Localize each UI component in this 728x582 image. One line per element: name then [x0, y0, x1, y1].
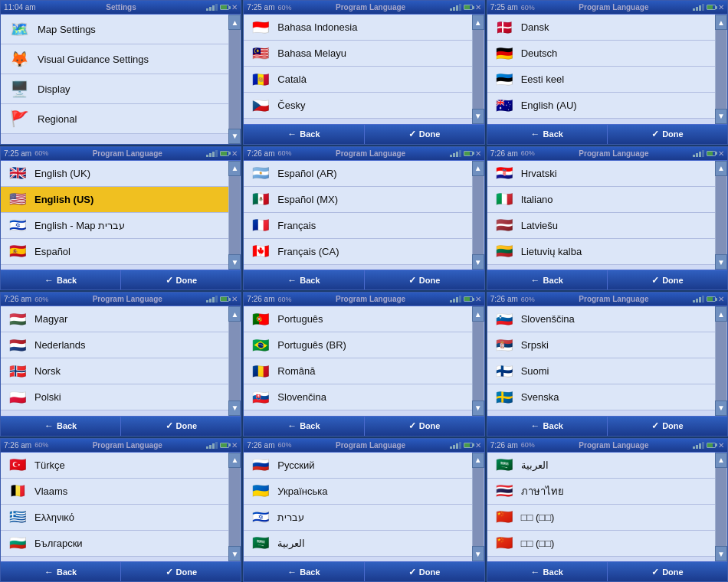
scroll-up-button[interactable]: ▲: [472, 15, 484, 30]
language-item-0[interactable]: 🇮🇩Bahasa Indonesia: [244, 15, 471, 41]
language-item-1[interactable]: 🇲🇽Español (MX): [244, 187, 471, 213]
back-button[interactable]: ← Back: [244, 125, 363, 144]
done-button[interactable]: ✓ Done: [121, 270, 241, 289]
language-item-2[interactable]: 🇮🇱English - Map עברית: [1, 213, 228, 239]
scroll-down-button[interactable]: ▼: [228, 401, 241, 416]
language-item-0[interactable]: 🇩🇰Dansk: [487, 15, 715, 41]
language-item-0[interactable]: 🇸🇦العربية: [487, 453, 715, 479]
close-icon[interactable]: ✕: [475, 295, 481, 303]
language-item-1[interactable]: 🇺🇸English (US): [1, 187, 228, 213]
scroll-up-button[interactable]: ▲: [715, 453, 727, 468]
done-button[interactable]: ✓ Done: [365, 270, 484, 289]
language-item-2[interactable]: 🇫🇷Français: [244, 213, 471, 239]
back-button[interactable]: ← Back: [244, 417, 363, 436]
language-item-1[interactable]: 🇧🇷Português (BR): [244, 332, 471, 358]
language-item-1[interactable]: 🇳🇱Nederlands: [1, 332, 228, 358]
scroll-up-button[interactable]: ▲: [472, 161, 484, 176]
language-item-2[interactable]: 🇫🇮Suomi: [487, 358, 715, 384]
language-item-0[interactable]: 🇵🇹Português: [244, 306, 471, 332]
done-button[interactable]: ✓ Done: [121, 562, 241, 581]
done-button[interactable]: ✓ Done: [121, 417, 241, 436]
language-item-0[interactable]: 🇹🇷Türkçe: [1, 453, 228, 479]
language-item-3[interactable]: 🇨🇦Français (CA): [244, 239, 471, 265]
language-item-2[interactable]: 🇳🇴Norsk: [1, 358, 228, 384]
back-button[interactable]: ← Back: [487, 270, 607, 289]
done-button[interactable]: ✓ Done: [365, 562, 484, 581]
done-button[interactable]: ✓ Done: [608, 270, 727, 289]
language-item-0[interactable]: 🇸🇮Slovenščina: [487, 306, 715, 332]
language-item-1[interactable]: 🇷🇸Srpski: [487, 332, 715, 358]
scroll-up-button[interactable]: ▲: [228, 161, 241, 176]
scroll-up-button[interactable]: ▲: [228, 453, 241, 468]
language-item-1[interactable]: 🇲🇾Bahasa Melayu: [244, 41, 471, 67]
close-icon[interactable]: ✕: [475, 441, 481, 450]
language-item-1[interactable]: 🇩🇪Deutsch: [487, 41, 715, 67]
scroll-down-button[interactable]: ▼: [228, 546, 241, 561]
language-item-0[interactable]: 🇭🇷Hrvatski: [487, 161, 715, 187]
scroll-down-button[interactable]: ▼: [715, 546, 727, 561]
done-button[interactable]: ✓ Done: [608, 562, 727, 581]
scroll-up-button[interactable]: ▲: [228, 306, 241, 322]
settings-item-2[interactable]: 🖥️Display: [1, 74, 228, 104]
language-item-3[interactable]: 🇦🇺English (AU): [487, 93, 715, 119]
language-item-3[interactable]: 🇸🇦العربية: [244, 531, 471, 557]
scroll-down-button[interactable]: ▼: [472, 109, 484, 124]
close-icon[interactable]: ✕: [718, 441, 724, 450]
scroll-down-button[interactable]: ▼: [472, 546, 484, 561]
language-item-2[interactable]: 🇪🇪Eesti keel: [487, 67, 715, 93]
back-button[interactable]: ← Back: [244, 562, 363, 581]
back-button[interactable]: ← Back: [1, 417, 120, 436]
language-item-2[interactable]: 🇱🇻Latviešu: [487, 213, 715, 239]
language-item-3[interactable]: 🇨🇳□□ (□□): [487, 531, 715, 557]
done-button[interactable]: ✓ Done: [365, 125, 484, 144]
language-item-0[interactable]: 🇦🇷Español (AR): [244, 161, 471, 187]
scroll-up-button[interactable]: ▲: [472, 453, 484, 468]
back-button[interactable]: ← Back: [1, 562, 120, 581]
language-item-0[interactable]: 🇷🇺Русский: [244, 453, 471, 479]
close-icon[interactable]: ✕: [718, 295, 724, 303]
close-icon[interactable]: ✕: [231, 295, 238, 303]
scroll-down-button[interactable]: ▼: [715, 109, 727, 124]
scroll-down-button[interactable]: ▼: [228, 254, 241, 270]
back-button[interactable]: ← Back: [487, 125, 607, 144]
settings-item-0[interactable]: 🗺️Map Settings: [1, 15, 228, 44]
close-icon[interactable]: ✕: [718, 3, 724, 11]
back-button[interactable]: ← Back: [487, 417, 607, 436]
language-item-3[interactable]: 🇪🇸Español: [1, 239, 228, 265]
language-item-3[interactable]: 🇸🇪Svenska: [487, 384, 715, 410]
language-item-1[interactable]: 🇺🇦Українська: [244, 479, 471, 505]
back-button[interactable]: ← Back: [487, 562, 607, 581]
scroll-up-button[interactable]: ▲: [228, 15, 241, 30]
back-button[interactable]: ← Back: [1, 270, 120, 289]
done-button[interactable]: ✓ Done: [608, 125, 727, 144]
close-icon[interactable]: ✕: [475, 149, 481, 158]
language-item-2[interactable]: 🇦🇩Català: [244, 67, 471, 93]
language-item-2[interactable]: 🇮🇱עברית: [244, 505, 471, 531]
language-item-3[interactable]: 🇧🇬Български: [1, 531, 228, 557]
language-item-3[interactable]: 🇵🇱Polski: [1, 384, 228, 410]
close-icon[interactable]: ✕: [718, 149, 724, 158]
close-icon[interactable]: ✕: [231, 149, 238, 158]
scroll-up-button[interactable]: ▲: [715, 15, 727, 30]
language-item-3[interactable]: 🇨🇿Česky: [244, 93, 471, 119]
back-button[interactable]: ← Back: [244, 270, 363, 289]
language-item-0[interactable]: 🇭🇺Magyar: [1, 306, 228, 332]
done-button[interactable]: ✓ Done: [365, 417, 484, 436]
language-item-3[interactable]: 🇱🇹Lietuvių kalba: [487, 239, 715, 265]
scroll-down-button[interactable]: ▼: [472, 401, 484, 416]
done-button[interactable]: ✓ Done: [608, 417, 727, 436]
close-icon[interactable]: ✕: [231, 441, 238, 450]
language-item-2[interactable]: 🇬🇷Ελληνικό: [1, 505, 228, 531]
scroll-down-button[interactable]: ▼: [228, 129, 241, 144]
close-icon[interactable]: ✕: [231, 3, 238, 11]
scroll-down-button[interactable]: ▼: [715, 401, 727, 416]
language-item-2[interactable]: 🇷🇴Română: [244, 358, 471, 384]
scroll-up-button[interactable]: ▲: [715, 306, 727, 322]
scroll-up-button[interactable]: ▲: [715, 161, 727, 176]
settings-item-3[interactable]: 🚩Regional: [1, 104, 228, 134]
language-item-1[interactable]: 🇧🇪Vlaams: [1, 479, 228, 505]
close-icon[interactable]: ✕: [475, 3, 481, 11]
language-item-3[interactable]: 🇸🇰Slovenčina: [244, 384, 471, 410]
scroll-up-button[interactable]: ▲: [472, 306, 484, 322]
language-item-0[interactable]: 🇬🇧English (UK): [1, 161, 228, 187]
